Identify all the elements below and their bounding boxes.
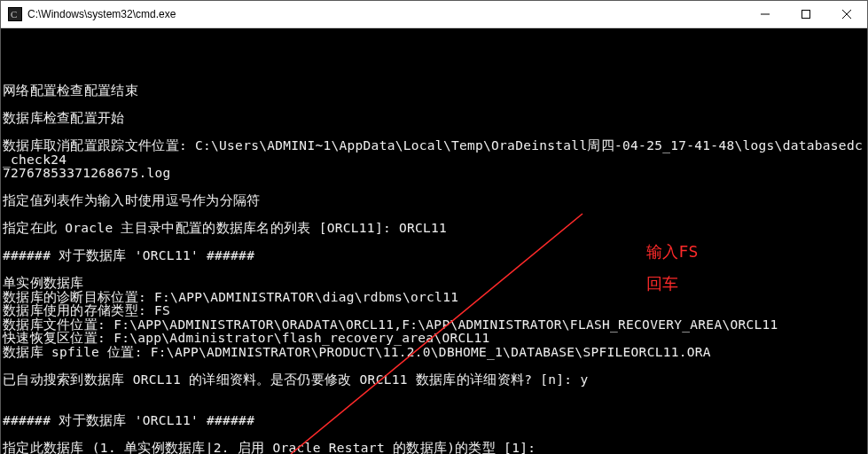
titlebar[interactable]: C C:\Windows\system32\cmd.exe	[1, 1, 867, 28]
cmd-icon: C	[8, 7, 22, 21]
annotation-text: 输入FS 回车	[587, 228, 699, 308]
terminal-line: 数据库的诊断目标位置: F:\APP\ADMINISTRATOR\diag\rd…	[3, 291, 865, 305]
terminal-line: 数据库使用的存储类型: FS	[3, 304, 865, 318]
maximize-button[interactable]	[786, 1, 826, 27]
annotation-line2: 回车	[646, 274, 679, 293]
terminal-line	[3, 236, 865, 250]
terminal-line: 单实例数据库	[3, 277, 865, 291]
terminal-line: 72767853371268675.log	[3, 167, 865, 181]
terminal-line: 指定在此 Oracle 主目录中配置的数据库名的列表 [ORCL11]: ORC…	[3, 222, 865, 236]
svg-text:C: C	[11, 9, 17, 20]
terminal-line: 数据库取消配置跟踪文件位置: C:\Users\ADMINI~1\AppData…	[3, 139, 865, 167]
terminal-line	[3, 181, 865, 195]
terminal-line: 数据库检查配置开始	[3, 112, 865, 126]
terminal-line	[3, 387, 865, 401]
minimize-button[interactable]	[745, 1, 786, 27]
terminal-line	[3, 401, 865, 415]
svg-rect-4	[802, 11, 810, 19]
annotation-line1: 输入FS	[646, 242, 699, 261]
terminal-line: 快速恢复区位置: F:\app\Administrator\flash_reco…	[3, 332, 865, 346]
terminal-line: 指定值列表作为输入时使用逗号作为分隔符	[3, 194, 865, 208]
terminal-line	[3, 263, 865, 278]
terminal-line	[3, 208, 865, 223]
terminal-line: ###### 对于数据库 'ORCL11' ######	[3, 249, 865, 263]
terminal-line: ###### 对于数据库 'ORCL11' ######	[3, 414, 865, 428]
terminal-output[interactable]: 输入FS 回车 网络配置检查配置结束 数据库检查配置开始 数据库取消配置跟踪文件…	[1, 28, 867, 454]
terminal-line: 指定此数据库 (1. 单实例数据库|2. 启用 Oracle Restart 的…	[3, 442, 865, 454]
close-button[interactable]	[826, 1, 867, 27]
window-controls	[745, 1, 867, 27]
terminal-line	[3, 126, 865, 140]
terminal-line: 数据库 spfile 位置: F:\APP\ADMINISTRATOR\PROD…	[3, 346, 865, 360]
terminal-line: 数据库文件位置: F:\APP\ADMINISTRATOR\ORADATA\OR…	[3, 318, 865, 333]
cmd-window: C C:\Windows\system32\cmd.exe 输入FS 回车 网络…	[0, 0, 868, 454]
terminal-line	[3, 428, 865, 442]
terminal-line	[3, 98, 865, 113]
terminal-line: 网络配置检查配置结束	[3, 84, 865, 98]
terminal-line	[3, 359, 865, 373]
terminal-line: 已自动搜索到数据库 ORCL11 的详细资料。是否仍要修改 ORCL11 数据库…	[3, 373, 865, 387]
window-title: C:\Windows\system32\cmd.exe	[27, 8, 745, 20]
